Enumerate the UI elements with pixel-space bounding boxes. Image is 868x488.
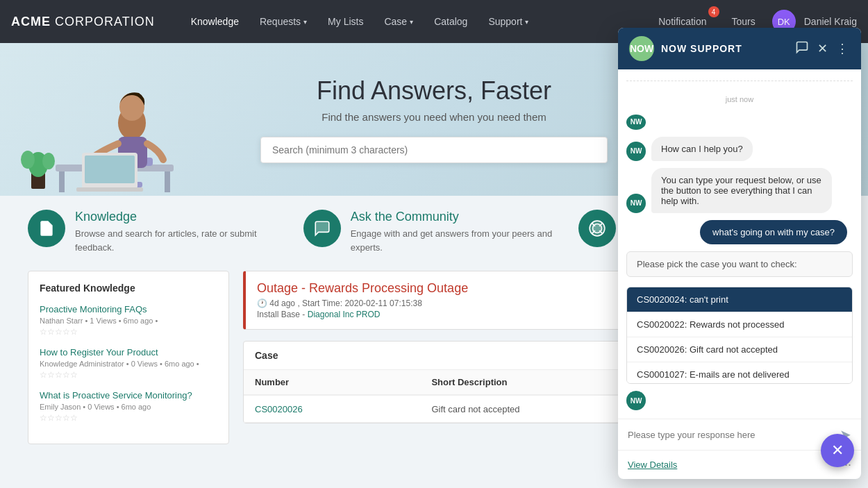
nav-knowledge[interactable]: Knowledge: [183, 10, 247, 33]
community-title[interactable]: Ask the Community: [351, 210, 565, 224]
chat-message-1: NW How can I help you?: [626, 137, 853, 161]
chat-message-3: NW: [626, 391, 853, 410]
chat-message-2: NW You can type your request below, or u…: [626, 168, 853, 213]
featured-knowledge-box: Featured Knowledge Proactive Monitoring …: [28, 271, 229, 444]
nav-mylists[interactable]: My Lists: [319, 10, 372, 33]
chat-option-2[interactable]: CS0020026: Gift card not accepted: [627, 337, 852, 362]
community-content: Ask the Community Engage with and get an…: [351, 210, 565, 254]
featured-link-2[interactable]: How to Register Your Product: [40, 347, 158, 357]
col-number: Number: [244, 370, 420, 395]
chat-body: just now NW NW How can I help you? NW Yo…: [618, 69, 861, 419]
featured-title: Featured Knowledge: [40, 283, 217, 294]
svg-rect-5: [59, 171, 65, 192]
featured-stars-1: ☆☆☆☆☆: [40, 327, 217, 337]
search-input[interactable]: [260, 137, 608, 163]
hero-subtitle: Find the answers you need when you need …: [322, 111, 546, 123]
community-icon: [303, 210, 341, 247]
install-link[interactable]: Diagonal Inc PROD: [308, 310, 381, 319]
brand-light: CORPORATION: [51, 15, 155, 28]
card-knowledge: Knowledge Browse and search for articles…: [28, 210, 290, 254]
nav-catalog[interactable]: Catalog: [426, 10, 476, 33]
install-label: Install Base -: [257, 310, 305, 319]
chat-title: NOW SUPPORT: [661, 43, 787, 54]
featured-meta-3: Emily Jason • 0 Views • 6mo ago: [40, 403, 217, 411]
featured-item-3: What is Proactive Service Monitoring? Em…: [40, 389, 217, 423]
nav-links: Knowledge Requests ▾ My Lists Case ▾ Cat…: [183, 10, 651, 33]
featured-item-1: Proactive Monitoring FAQs Nathan Starr •…: [40, 303, 217, 337]
svg-rect-15: [76, 187, 143, 192]
nav-requests[interactable]: Requests ▾: [251, 10, 315, 33]
outage-time: 4d ago , Start Time: 2020-02-11 07:15:38: [269, 298, 422, 308]
hero-title: Find Answers, Faster: [317, 76, 551, 106]
chat-input[interactable]: [628, 430, 834, 440]
svg-point-3: [42, 153, 55, 169]
chat-more-button[interactable]: ⋮: [835, 39, 850, 59]
svg-rect-14: [85, 155, 135, 183]
chat-close-button[interactable]: ✕: [816, 39, 829, 59]
chat-header: NOW NOW SUPPORT ✕ ⋮: [618, 28, 861, 69]
close-icon: ✕: [831, 441, 844, 458]
svg-point-2: [21, 151, 35, 169]
knowledge-title[interactable]: Knowledge: [75, 210, 290, 224]
chat-header-actions: ✕ ⋮: [794, 39, 850, 59]
hero-illustration: [21, 50, 181, 196]
now-logo-text: NOW: [630, 43, 653, 54]
nav-support[interactable]: Support ▾: [480, 10, 537, 33]
chat-divider: [626, 81, 853, 81]
user-name[interactable]: Daniel Kraig: [804, 16, 857, 27]
chat-bubble-1: How can I help you?: [651, 137, 753, 161]
featured-item-2: How to Register Your Product Knowledge A…: [40, 346, 217, 380]
featured-meta-2: Knowledge Administrator • 0 Views • 6mo …: [40, 360, 217, 368]
chat-options-list: CS0020024: can't print CS0020022: Reward…: [626, 287, 853, 384]
brand-logo[interactable]: ACME CORPORATION: [11, 15, 155, 29]
community-desc: Engage with and get answers from your pe…: [351, 227, 565, 254]
svg-rect-6: [165, 171, 170, 192]
featured-stars-3: ☆☆☆☆☆: [40, 413, 217, 423]
chat-timestamp: just now: [626, 95, 853, 103]
chat-option-3[interactable]: CS0001027: E-mails are not delivered: [627, 362, 852, 384]
bot-avatar-top: NW: [626, 115, 646, 130]
knowledge-desc: Browse and search for articles, rate or …: [75, 227, 290, 254]
gethelp-icon: [578, 210, 616, 247]
bot-avatar-2: NW: [626, 194, 646, 213]
knowledge-icon: [28, 210, 65, 247]
card-community: Ask the Community Engage with and get an…: [303, 210, 565, 254]
case-number-link[interactable]: CS0020026: [255, 404, 303, 414]
chat-option-1[interactable]: CS0020022: Rewards not processed: [627, 312, 852, 337]
featured-stars-2: ☆☆☆☆☆: [40, 370, 217, 380]
featured-meta-1: Nathan Starr • 1 Views • 6mo ago •: [40, 317, 217, 325]
bot-avatar-1: NW: [626, 142, 646, 161]
chat-option-0[interactable]: CS0020024: can't print: [627, 287, 852, 312]
notification-badge: 4: [708, 6, 719, 17]
chat-panel: NOW NOW SUPPORT ✕ ⋮ just now NW NW How c…: [618, 28, 861, 458]
brand-bold: ACME: [11, 15, 51, 28]
case-action-button[interactable]: what's going on with my case?: [700, 220, 847, 244]
knowledge-content: Knowledge Browse and search for articles…: [75, 210, 290, 254]
bot-avatar-3: NW: [626, 391, 646, 410]
featured-link-3[interactable]: What is Proactive Service Monitoring?: [40, 390, 192, 401]
chat-pick-label: Please pick the case you want to check:: [626, 251, 853, 277]
cases-title: Case: [255, 350, 278, 361]
featured-link-1[interactable]: Proactive Monitoring FAQs: [40, 304, 147, 314]
clock-icon: 🕐: [257, 298, 267, 308]
nav-case[interactable]: Case ▾: [376, 10, 422, 33]
chat-bubble-2: You can type your request below, or use …: [651, 168, 832, 213]
now-logo: NOW: [629, 36, 654, 61]
chat-comment-button[interactable]: [794, 39, 810, 59]
